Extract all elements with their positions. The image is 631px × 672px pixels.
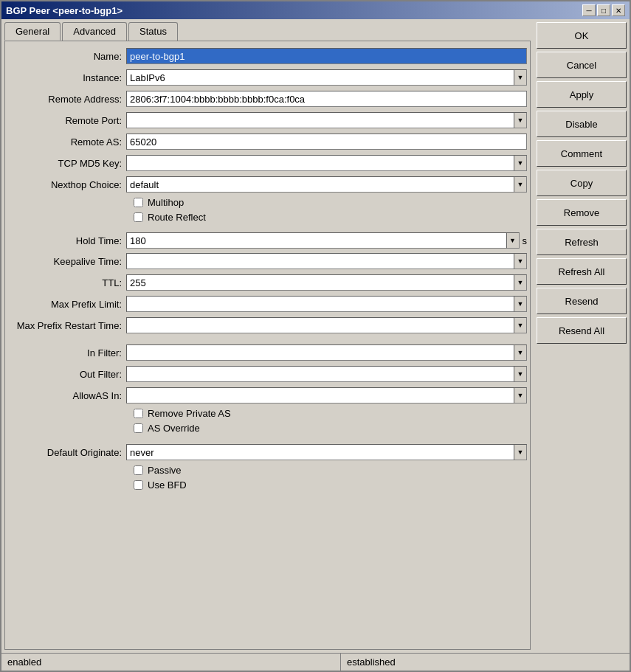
- allowas-label: AllowAS In:: [8, 390, 126, 401]
- instance-input[interactable]: [126, 69, 527, 86]
- max-prefix-restart-label: Max Prefix Restart Time:: [8, 320, 126, 331]
- remote-address-label: Remote Address:: [8, 94, 126, 105]
- allowas-dropdown-arrow[interactable]: ▼: [514, 387, 527, 403]
- multihop-label: Multihop: [148, 197, 184, 208]
- tab-status[interactable]: Status: [128, 22, 178, 41]
- resend-button[interactable]: Resend: [537, 288, 627, 314]
- allowas-select-wrapper: ▼: [126, 387, 527, 403]
- out-filter-dropdown-arrow[interactable]: ▼: [514, 366, 527, 382]
- separator1: [8, 226, 527, 232]
- window-controls: ─ □ ✕: [582, 4, 625, 16]
- in-filter-dropdown-arrow[interactable]: ▼: [514, 344, 527, 361]
- separator3: [8, 437, 527, 443]
- in-filter-select-wrapper: ▼: [126, 344, 527, 361]
- hold-time-input[interactable]: [126, 232, 520, 249]
- refresh-button[interactable]: Refresh: [537, 229, 627, 255]
- in-filter-row: In Filter: ▼: [8, 344, 527, 361]
- passive-label: Passive: [148, 465, 182, 476]
- tab-advanced[interactable]: Advanced: [62, 22, 127, 41]
- remove-private-checkbox[interactable]: [134, 409, 143, 418]
- close-button[interactable]: ✕: [612, 4, 625, 16]
- in-filter-label: In Filter:: [8, 347, 126, 358]
- keepalive-row: Keepalive Time: ▼: [8, 252, 527, 270]
- status-bar: enabled established: [1, 653, 630, 671]
- tcp-md5-row: TCP MD5 Key: ▼: [8, 154, 527, 172]
- ttl-dropdown-arrow[interactable]: ▼: [514, 274, 527, 291]
- use-bfd-label: Use BFD: [148, 479, 187, 491]
- hold-time-row: Hold Time: ▼ s: [8, 232, 527, 249]
- instance-select-wrapper: ▼: [126, 69, 527, 86]
- in-filter-input[interactable]: [126, 344, 527, 361]
- default-originate-dropdown-arrow[interactable]: ▼: [514, 444, 527, 460]
- remote-address-input[interactable]: [126, 91, 527, 107]
- route-reflect-label: Route Reflect: [148, 212, 206, 223]
- form-area: Name: Instance: ▼ Remote Address:: [4, 41, 531, 650]
- tcp-md5-dropdown-arrow[interactable]: ▼: [514, 155, 527, 171]
- out-filter-input[interactable]: [126, 366, 527, 382]
- resend-all-button[interactable]: Resend All: [537, 317, 627, 344]
- tab-bar: General Advanced Status: [4, 22, 531, 41]
- minimize-button[interactable]: ─: [582, 4, 596, 16]
- window-title: BGP Peer <peer-to-bgp1>: [6, 5, 123, 16]
- as-override-checkbox[interactable]: [134, 423, 143, 433]
- left-panel: General Advanced Status Name: Instance: …: [1, 19, 534, 653]
- passive-checkbox[interactable]: [134, 465, 143, 475]
- hold-time-dropdown-arrow[interactable]: ▼: [506, 232, 520, 249]
- nexthop-input[interactable]: [126, 176, 527, 193]
- comment-button[interactable]: Comment: [537, 140, 627, 167]
- ttl-input[interactable]: [126, 274, 527, 291]
- disable-button[interactable]: Disable: [537, 111, 627, 137]
- tab-general[interactable]: General: [4, 22, 61, 41]
- passive-row: Passive: [134, 465, 527, 476]
- copy-button[interactable]: Copy: [537, 170, 627, 196]
- allowas-row: AllowAS In: ▼: [8, 387, 527, 404]
- hold-time-unit: s: [523, 235, 528, 246]
- remote-port-row: Remote Port: ▼: [8, 111, 527, 129]
- remote-port-input[interactable]: [126, 112, 527, 128]
- hold-time-select-wrapper: ▼: [126, 232, 520, 249]
- route-reflect-checkbox[interactable]: [134, 212, 143, 222]
- name-input[interactable]: [126, 48, 527, 64]
- remove-private-row: Remove Private AS: [134, 408, 527, 419]
- keepalive-input[interactable]: [126, 253, 527, 269]
- use-bfd-row: Use BFD: [134, 479, 527, 491]
- remove-button[interactable]: Remove: [537, 199, 627, 226]
- ok-button[interactable]: OK: [537, 22, 627, 49]
- tcp-md5-select-wrapper: ▼: [126, 155, 527, 171]
- keepalive-select-wrapper: ▼: [126, 253, 527, 269]
- remote-port-select-wrapper: ▼: [126, 112, 527, 128]
- as-override-row: AS Override: [134, 423, 527, 434]
- multihop-row: Multihop: [134, 197, 527, 208]
- remote-as-input[interactable]: [126, 134, 527, 150]
- default-originate-input[interactable]: [126, 444, 527, 460]
- out-filter-label: Out Filter:: [8, 369, 126, 380]
- ttl-label: TTL:: [8, 277, 126, 288]
- maximize-button[interactable]: □: [597, 4, 610, 16]
- max-prefix-input[interactable]: [126, 296, 527, 312]
- max-prefix-select-wrapper: ▼: [126, 296, 527, 312]
- name-label: Name:: [8, 51, 126, 62]
- max-prefix-restart-input[interactable]: [126, 317, 527, 333]
- max-prefix-restart-dropdown-arrow[interactable]: ▼: [514, 317, 527, 333]
- main-content: General Advanced Status Name: Instance: …: [1, 19, 630, 653]
- ttl-select-wrapper: ▼: [126, 274, 527, 291]
- nexthop-dropdown-arrow[interactable]: ▼: [514, 176, 527, 193]
- apply-button[interactable]: Apply: [537, 81, 627, 108]
- remove-private-label: Remove Private AS: [148, 408, 231, 419]
- keepalive-dropdown-arrow[interactable]: ▼: [514, 253, 527, 269]
- instance-dropdown-arrow[interactable]: ▼: [514, 69, 527, 86]
- title-bar: BGP Peer <peer-to-bgp1> ─ □ ✕: [1, 1, 630, 19]
- tcp-md5-input[interactable]: [126, 155, 527, 171]
- refresh-all-button[interactable]: Refresh All: [537, 258, 627, 285]
- cancel-button[interactable]: Cancel: [537, 52, 627, 78]
- name-row: Name:: [8, 47, 527, 65]
- max-prefix-row: Max Prefix Limit: ▼: [8, 295, 527, 313]
- use-bfd-checkbox[interactable]: [134, 480, 143, 490]
- nexthop-select-wrapper: ▼: [126, 176, 527, 193]
- out-filter-row: Out Filter: ▼: [8, 365, 527, 383]
- max-prefix-dropdown-arrow[interactable]: ▼: [514, 296, 527, 312]
- remote-port-dropdown-arrow[interactable]: ▼: [514, 112, 527, 128]
- allowas-input[interactable]: [126, 387, 527, 403]
- max-prefix-restart-select-wrapper: ▼: [126, 317, 527, 333]
- multihop-checkbox[interactable]: [134, 198, 143, 207]
